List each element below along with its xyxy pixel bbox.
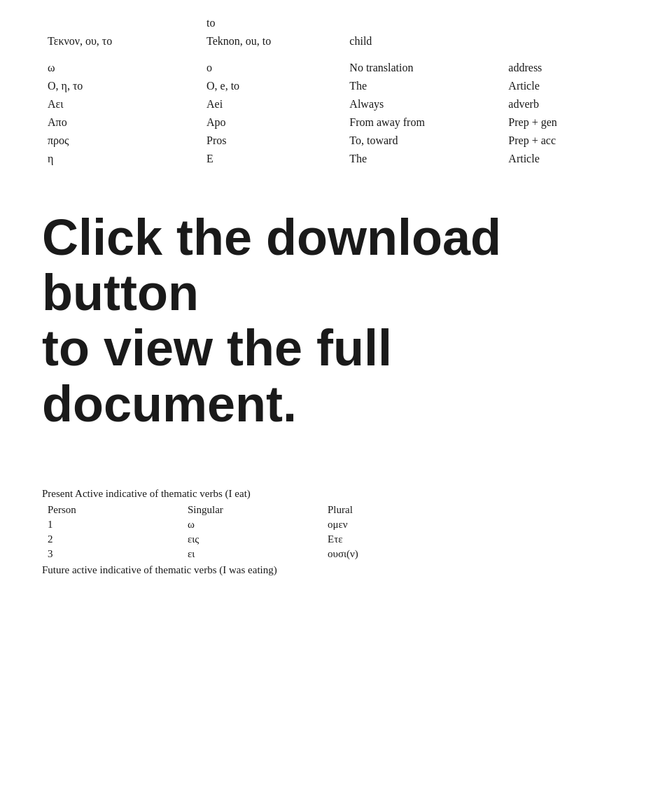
- translation: Always: [344, 95, 503, 113]
- translation: The: [344, 77, 503, 95]
- person-2: 2: [42, 532, 182, 547]
- transliteration: Pros: [201, 132, 344, 150]
- cta-line1: Click the download button: [42, 209, 501, 321]
- greek-word: ω: [42, 59, 201, 77]
- transliteration: Teknon, ou, to: [201, 32, 344, 50]
- cell: [503, 14, 630, 32]
- table-row: 2 εις Ετε: [42, 532, 462, 547]
- grammar-table-title: Present Active indicative of thematic ve…: [42, 488, 630, 500]
- person-3: 3: [42, 547, 182, 561]
- grammar: [503, 32, 630, 50]
- vocabulary-table: to Τεκνον, ου, το Teknon, ou, to child ω…: [42, 14, 630, 168]
- singular-2: εις: [182, 532, 322, 547]
- translation: The: [344, 150, 503, 168]
- table-row: Αει Aei Always adverb: [42, 95, 630, 113]
- person-1: 1: [42, 517, 182, 532]
- translation: No translation: [344, 59, 503, 77]
- table-row: η E The Article: [42, 150, 630, 168]
- cell: [42, 14, 201, 32]
- grammar: Article: [503, 77, 630, 95]
- grammar: Prep + acc: [503, 132, 630, 150]
- bottom-section: Present Active indicative of thematic ve…: [42, 488, 630, 576]
- greek-word: Ο, η, το: [42, 77, 201, 95]
- grammar: address: [503, 59, 630, 77]
- transliteration: E: [201, 150, 344, 168]
- singular-3: ει: [182, 547, 322, 561]
- table-header-row: Person Singular Plural: [42, 503, 462, 517]
- plural-2: Ετε: [322, 532, 462, 547]
- cta-section: Click the download button to view the fu…: [42, 210, 630, 432]
- table-row: προς Pros To, toward Prep + acc: [42, 132, 630, 150]
- grammar: Article: [503, 150, 630, 168]
- transliteration: Apo: [201, 113, 344, 132]
- translation: child: [344, 32, 503, 50]
- greek-word: η: [42, 150, 201, 168]
- transliteration: Aei: [201, 95, 344, 113]
- table-row: ω o No translation address: [42, 59, 630, 77]
- table-row: to: [42, 14, 630, 32]
- singular-1: ω: [182, 517, 322, 532]
- cta-text: Click the download button to view the fu…: [42, 210, 630, 432]
- table-row: Ο, η, το O, e, to The Article: [42, 77, 630, 95]
- grammar-table: Person Singular Plural 1 ω ομεν 2 εις Ετ…: [42, 503, 462, 561]
- col-header-person: Person: [42, 503, 182, 517]
- col-header-plural: Plural: [322, 503, 462, 517]
- table-row: Τεκνον, ου, το Teknon, ou, to child: [42, 32, 630, 50]
- plural-3: ουσι(ν): [322, 547, 462, 561]
- table-row: Απο Apo From away from Prep + gen: [42, 113, 630, 132]
- greek-word: Αει: [42, 95, 201, 113]
- transliteration: O, e, to: [201, 77, 344, 95]
- grammar: Prep + gen: [503, 113, 630, 132]
- transliteration: o: [201, 59, 344, 77]
- greek-word: Απο: [42, 113, 201, 132]
- table-row: [42, 50, 630, 59]
- spacer-row: [42, 50, 630, 59]
- cell: to: [201, 14, 344, 32]
- plural-1: ομεν: [322, 517, 462, 532]
- greek-word: Τεκνον, ου, το: [42, 32, 201, 50]
- col-header-singular: Singular: [182, 503, 322, 517]
- grammar-table-footer: Future active indicative of thematic ver…: [42, 564, 630, 576]
- translation: From away from: [344, 113, 503, 132]
- table-row: 1 ω ομεν: [42, 517, 462, 532]
- translation: To, toward: [344, 132, 503, 150]
- cta-line2: to view the full document.: [42, 320, 392, 431]
- greek-word: προς: [42, 132, 201, 150]
- grammar: adverb: [503, 95, 630, 113]
- cell: [344, 14, 503, 32]
- table-row: 3 ει ουσι(ν): [42, 547, 462, 561]
